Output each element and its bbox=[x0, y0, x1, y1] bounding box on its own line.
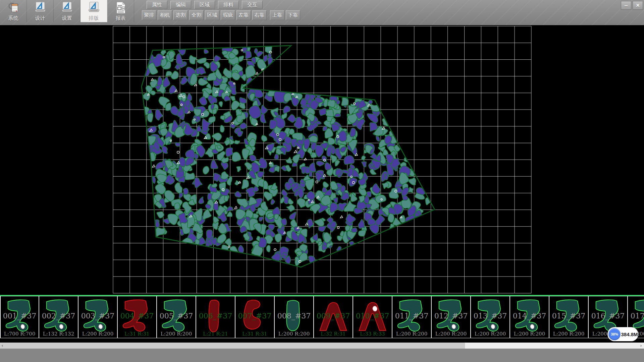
nest-drawing bbox=[0, 25, 644, 295]
part-id: 009_#37 bbox=[314, 312, 353, 320]
tool-button-2[interactable]: 相机 bbox=[158, 10, 172, 20]
menu-item-2[interactable]: 编辑 bbox=[170, 1, 191, 9]
main-tab-label: 设计 bbox=[35, 15, 45, 21]
part-thumbnail-004_#37[interactable]: 004_#37L:31 R:31 bbox=[118, 296, 157, 338]
tool-button-3[interactable]: 选割 bbox=[173, 10, 188, 20]
part-quantities: L:200 R:200 bbox=[78, 331, 117, 337]
part-quantities: L:32 R:31 bbox=[314, 331, 353, 337]
part-quantities: L:132 R:132 bbox=[39, 331, 78, 337]
memory-value: 384.8M bbox=[621, 331, 638, 337]
part-quantities: L:200 R:200 bbox=[157, 331, 196, 337]
system-icon bbox=[7, 1, 20, 15]
toolbar: 系统设计设置排版报表 属性编辑区域排料交互 聚排相机选割全割区域瑕疵左靠右靠上靠… bbox=[0, 0, 644, 25]
part-id: 002_#37 bbox=[39, 312, 78, 320]
part-thumbnail-003_#37[interactable]: 003_#37L:200 R:200 bbox=[78, 296, 118, 338]
part-thumbnail-002_#37[interactable]: 002_#37L:132 R:132 bbox=[39, 296, 78, 338]
part-id: 017_#37 bbox=[628, 312, 644, 320]
part-quantities: L:700 R:700 bbox=[1, 331, 39, 337]
memory-badge[interactable]: 38% 384.8M bbox=[607, 327, 638, 341]
main-tab-label: 排版 bbox=[89, 15, 99, 21]
part-thumbnail-008_#37[interactable]: 008_#37L:200 R:200 bbox=[275, 296, 314, 338]
part-thumbnail-010_#37[interactable]: 010_#37L:33 R:33 bbox=[353, 296, 392, 338]
scrollbar-thumb[interactable] bbox=[5, 343, 465, 349]
part-quantities: L:31 R:31 bbox=[118, 331, 156, 337]
main-tab-layout[interactable]: 排版 bbox=[80, 0, 107, 22]
part-thumbnail-012_#37[interactable]: 012_#37L:200 R:200 bbox=[432, 296, 471, 338]
window-controls: – × bbox=[621, 1, 643, 10]
scroll-right-arrow-icon[interactable]: › bbox=[639, 343, 643, 349]
part-id: 014_#37 bbox=[510, 312, 549, 320]
part-quantities: L:200 R:200 bbox=[471, 331, 509, 337]
part-quantities: L:200 R:200 bbox=[432, 331, 470, 337]
main-tab-label: 设置 bbox=[62, 15, 72, 21]
settings-icon bbox=[60, 1, 74, 15]
main-tab-label: 报表 bbox=[116, 15, 126, 21]
tool-button-6[interactable]: 瑕疵 bbox=[221, 10, 235, 20]
menu-item-4[interactable]: 排料 bbox=[218, 1, 239, 9]
part-thumbnail-009_#37[interactable]: 009_#37L:32 R:31 bbox=[314, 296, 353, 338]
nest-canvas[interactable] bbox=[0, 25, 644, 295]
tool-button-1[interactable]: 聚排 bbox=[142, 10, 156, 20]
main-tab-system[interactable]: 系统 bbox=[0, 0, 27, 22]
part-id: 016_#37 bbox=[589, 312, 627, 320]
menu-item-1[interactable]: 属性 bbox=[147, 1, 167, 9]
tool-button-7[interactable]: 左靠 bbox=[236, 10, 251, 20]
menu-item-3[interactable]: 区域 bbox=[194, 1, 215, 9]
part-quantities: L:33 R:33 bbox=[353, 331, 392, 337]
part-quantities: L:200 R:200 bbox=[392, 331, 431, 337]
strip-gap bbox=[0, 338, 644, 343]
part-thumbnail-011_#37[interactable]: 011_#37L:200 R:200 bbox=[392, 296, 432, 338]
report-icon bbox=[114, 1, 127, 15]
tool-button-9[interactable]: 上靠 bbox=[270, 10, 284, 20]
part-id: 004_#37 bbox=[118, 312, 156, 320]
main-tab-bar: 系统设计设置排版报表 bbox=[0, 0, 134, 22]
part-id: 013_#37 bbox=[471, 312, 509, 320]
part-id: 006_#37 bbox=[196, 312, 235, 320]
part-id: 003_#37 bbox=[78, 312, 117, 320]
design-icon bbox=[34, 1, 47, 15]
part-id: 012_#37 bbox=[432, 312, 470, 320]
part-thumbnail-014_#37[interactable]: 014_#37L:200 R:200 bbox=[510, 296, 549, 338]
part-id: 010_#37 bbox=[353, 312, 392, 320]
part-thumbnail-001_#37[interactable]: 001_#37L:700 R:700 bbox=[0, 296, 39, 338]
layout-icon bbox=[87, 1, 101, 15]
part-id: 015_#37 bbox=[549, 312, 588, 320]
part-thumbnail-013_#37[interactable]: 013_#37L:200 R:200 bbox=[471, 296, 510, 338]
close-button[interactable]: × bbox=[633, 1, 643, 10]
minimize-button[interactable]: – bbox=[621, 1, 631, 10]
menu-bar: 属性编辑区域排料交互 bbox=[147, 1, 263, 9]
tool-button-8[interactable]: 右靠 bbox=[252, 10, 267, 20]
parts-scrollbar[interactable]: ‹ › bbox=[0, 343, 644, 349]
status-bar bbox=[0, 349, 644, 362]
tool-bar: 聚排相机选割全割区域瑕疵左靠右靠上靠下靠 bbox=[142, 10, 300, 20]
menu-item-5[interactable]: 交互 bbox=[242, 1, 263, 9]
part-thumbnail-006_#37[interactable]: 006_#37L:21 R:21 bbox=[196, 296, 235, 338]
main-tab-label: 系统 bbox=[8, 15, 18, 21]
part-id: 007_#37 bbox=[235, 312, 274, 320]
part-thumbnail-015_#37[interactable]: 015_#37L:200 R:200 bbox=[549, 296, 589, 338]
part-id: 001_#37 bbox=[1, 312, 39, 320]
part-id: 011_#37 bbox=[392, 312, 431, 320]
part-id: 008_#37 bbox=[275, 312, 313, 320]
parts-strip: 001_#37L:700 R:700002_#37L:132 R:132003_… bbox=[0, 296, 644, 338]
tool-button-4[interactable]: 全割 bbox=[189, 10, 204, 20]
application-window: 系统设计设置排版报表 属性编辑区域排料交互 聚排相机选割全割区域瑕疵左靠右靠上靠… bbox=[0, 0, 644, 362]
part-id: 005_#37 bbox=[157, 312, 196, 320]
scroll-left-arrow-icon[interactable]: ‹ bbox=[0, 343, 5, 349]
percent-indicator: 38% bbox=[608, 328, 621, 340]
strip-divider bbox=[0, 295, 644, 296]
part-quantities: L:200 R:200 bbox=[275, 331, 313, 337]
part-quantities: L:200 R:200 bbox=[549, 331, 588, 337]
main-tab-report[interactable]: 报表 bbox=[107, 0, 134, 22]
part-quantities: L:21 R:21 bbox=[196, 331, 235, 337]
part-quantities: L:31 R:31 bbox=[235, 331, 274, 337]
main-tab-design[interactable]: 设计 bbox=[27, 0, 54, 22]
tool-button-10[interactable]: 下靠 bbox=[286, 10, 300, 20]
part-thumbnail-005_#37[interactable]: 005_#37L:200 R:200 bbox=[157, 296, 196, 338]
main-tab-settings[interactable]: 设置 bbox=[54, 0, 80, 22]
part-thumbnail-007_#37[interactable]: 007_#37L:31 R:31 bbox=[235, 296, 275, 338]
tool-button-5[interactable]: 区域 bbox=[205, 10, 219, 20]
part-quantities: L:200 R:200 bbox=[510, 331, 549, 337]
